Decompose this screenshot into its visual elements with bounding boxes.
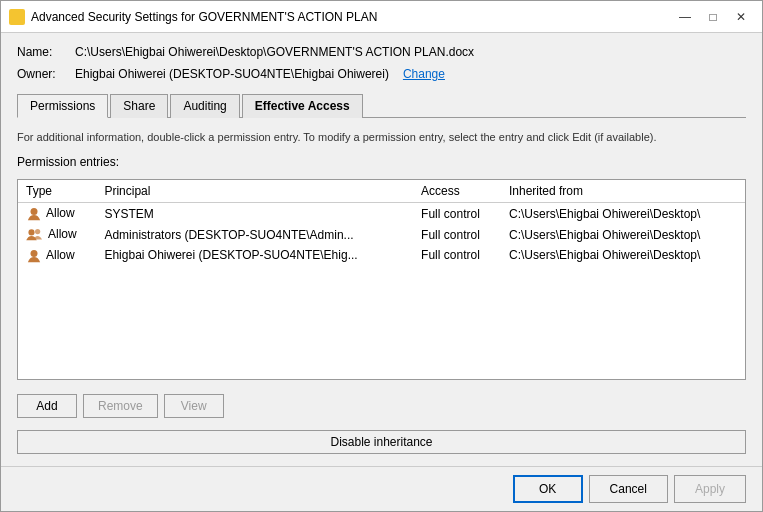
cell-inherited-0: C:\Users\Ehigbai Ohiwerei\Desktop\ (501, 203, 745, 224)
apply-button[interactable]: Apply (674, 475, 746, 503)
permission-section-label: Permission entries: (17, 155, 746, 169)
svg-point-2 (35, 229, 40, 234)
cell-principal-0: SYSTEM (96, 203, 413, 224)
maximize-button[interactable]: □ (700, 7, 726, 27)
main-content: Name: C:\Users\Ehigbai Ohiwerei\Desktop\… (1, 33, 762, 466)
name-value: C:\Users\Ehigbai Ohiwerei\Desktop\GOVERN… (75, 45, 474, 59)
col-header-inherited: Inherited from (501, 180, 745, 203)
cancel-button[interactable]: Cancel (589, 475, 668, 503)
col-header-access: Access (413, 180, 501, 203)
svg-point-0 (31, 208, 38, 215)
name-label: Name: (17, 45, 67, 59)
cell-inherited-1: C:\Users\Ehigbai Ohiwerei\Desktop\ (501, 224, 745, 245)
cell-type-0: Allow (18, 203, 96, 224)
description-text: For additional information, double-click… (17, 130, 746, 145)
window-icon (9, 9, 25, 25)
disable-inheritance-button[interactable]: Disable inheritance (17, 430, 746, 454)
owner-row: Owner: Ehigbai Ohiwerei (DESKTOP-SUO4NTE… (17, 67, 746, 81)
minimize-button[interactable]: — (672, 7, 698, 27)
col-header-principal: Principal (96, 180, 413, 203)
name-row: Name: C:\Users\Ehigbai Ohiwerei\Desktop\… (17, 45, 746, 59)
cell-principal-1: Administrators (DESKTOP-SUO4NTE\Admin... (96, 224, 413, 245)
permission-table: Type Principal Access Inherited from All… (18, 180, 745, 265)
svg-point-3 (31, 250, 38, 257)
view-button[interactable]: View (164, 394, 224, 418)
tab-permissions[interactable]: Permissions (17, 94, 108, 118)
tab-bar: Permissions Share Auditing Effective Acc… (17, 93, 746, 118)
col-header-type: Type (18, 180, 96, 203)
cell-type-1: Allow (18, 224, 96, 245)
owner-label: Owner: (17, 67, 67, 81)
cell-access-0: Full control (413, 203, 501, 224)
cell-type-2: Allow (18, 245, 96, 266)
close-button[interactable]: ✕ (728, 7, 754, 27)
add-button[interactable]: Add (17, 394, 77, 418)
table-row[interactable]: AllowEhigbai Ohiwerei (DESKTOP-SUO4NTE\E… (18, 245, 745, 266)
main-window: Advanced Security Settings for GOVERNMEN… (0, 0, 763, 512)
title-bar: Advanced Security Settings for GOVERNMEN… (1, 1, 762, 33)
footer: OK Cancel Apply (1, 466, 762, 511)
cell-access-1: Full control (413, 224, 501, 245)
tab-share[interactable]: Share (110, 94, 168, 118)
window-title: Advanced Security Settings for GOVERNMEN… (31, 10, 672, 24)
svg-point-1 (28, 229, 34, 235)
owner-value: Ehigbai Ohiwerei (DESKTOP-SUO4NTE\Ehigba… (75, 67, 389, 81)
table-row[interactable]: AllowAdministrators (DESKTOP-SUO4NTE\Adm… (18, 224, 745, 245)
change-owner-link[interactable]: Change (403, 67, 445, 81)
cell-principal-2: Ehigbai Ohiwerei (DESKTOP-SUO4NTE\Ehig..… (96, 245, 413, 266)
window-controls: — □ ✕ (672, 7, 754, 27)
remove-button[interactable]: Remove (83, 394, 158, 418)
cell-inherited-2: C:\Users\Ehigbai Ohiwerei\Desktop\ (501, 245, 745, 266)
ok-button[interactable]: OK (513, 475, 583, 503)
cell-access-2: Full control (413, 245, 501, 266)
table-row[interactable]: AllowSYSTEMFull controlC:\Users\Ehigbai … (18, 203, 745, 224)
tab-effective-access[interactable]: Effective Access (242, 94, 363, 118)
permission-table-container: Type Principal Access Inherited from All… (17, 179, 746, 380)
tab-auditing[interactable]: Auditing (170, 94, 239, 118)
table-action-buttons: Add Remove View (17, 394, 746, 418)
